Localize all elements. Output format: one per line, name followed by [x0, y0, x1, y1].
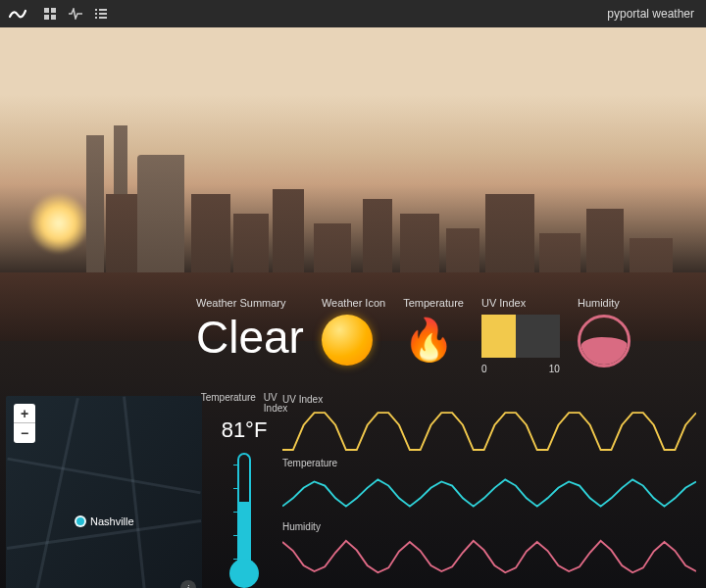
pulse-view-button[interactable] — [65, 4, 86, 24]
svg-rect-8 — [95, 17, 97, 19]
humidity-ring — [578, 315, 630, 368]
uv-widget: UV Index 0 10 — [481, 297, 560, 374]
humidity-widget: Humidity — [578, 297, 630, 368]
thermometer-icon — [229, 453, 259, 588]
temperature-value: 81°F — [222, 417, 268, 443]
top-toolbar: pyportal weather — [0, 0, 706, 27]
svg-rect-7 — [99, 13, 107, 15]
uv-chart — [282, 407, 696, 452]
temp-spark-label: Temperature — [282, 458, 696, 468]
svg-rect-6 — [95, 13, 97, 15]
temp-sparkline: Temperature — [282, 458, 696, 515]
list-view-button[interactable] — [90, 4, 112, 24]
zoom-in-button[interactable]: + — [14, 404, 35, 423]
readouts-panel: Temperature UV Index 81°F — [210, 392, 278, 588]
hum-chart — [282, 534, 696, 579]
hum-spark-label: Humidity — [282, 521, 696, 532]
uv-bar — [481, 315, 560, 358]
temp-chart — [282, 470, 696, 515]
svg-rect-2 — [44, 15, 49, 20]
app-logo — [8, 4, 27, 24]
pin-icon — [75, 515, 86, 527]
uv-label: UV Index — [481, 297, 560, 309]
sun-icon — [322, 315, 373, 366]
zoom-out-button[interactable]: − — [14, 423, 35, 443]
readout-temp-label: Temperature — [201, 392, 256, 414]
humidity-label: Humidity — [578, 297, 630, 309]
weather-summary-widget: Weather Summary Clear — [196, 297, 304, 360]
hum-sparkline: Humidity — [282, 521, 696, 579]
summary-label: Weather Summary — [196, 297, 304, 309]
page-title: pyportal weather — [607, 7, 698, 21]
uv-sparkline: UV Index — [282, 394, 696, 452]
temperature-label: Temperature — [403, 297, 464, 309]
map-city-label: Nashville — [90, 515, 134, 527]
icon-label: Weather Icon — [322, 297, 385, 309]
uv-spark-label: UV Index — [282, 394, 696, 405]
sparklines-panel: UV Index Temperature Humidity — [282, 394, 696, 588]
temperature-icon-widget: Temperature 🔥 — [403, 297, 464, 366]
svg-rect-9 — [99, 17, 107, 19]
fire-icon: 🔥 — [403, 315, 464, 366]
svg-rect-5 — [99, 9, 107, 11]
uv-max: 10 — [549, 364, 560, 374]
uv-min: 0 — [481, 364, 487, 374]
map-info-button[interactable]: i — [180, 580, 196, 588]
weather-icon-widget: Weather Icon — [322, 297, 385, 366]
grid-view-button[interactable] — [39, 4, 61, 24]
map-panel[interactable]: + − Nashville i — [6, 396, 202, 588]
map-marker[interactable]: Nashville — [75, 515, 134, 527]
svg-rect-1 — [51, 8, 56, 13]
summary-value: Clear — [196, 315, 304, 360]
svg-rect-4 — [95, 9, 97, 11]
map-zoom-controls: + − — [14, 404, 35, 443]
svg-rect-3 — [51, 15, 56, 20]
svg-rect-0 — [44, 8, 49, 13]
